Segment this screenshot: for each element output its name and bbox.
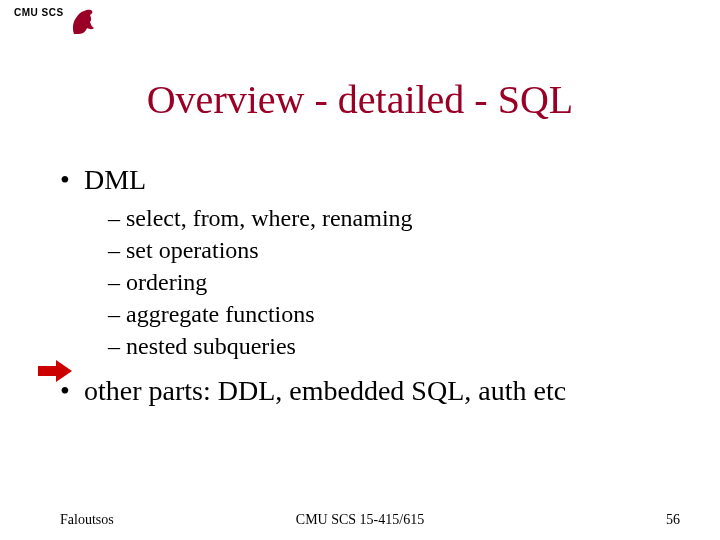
bullet-label: other parts: DDL, embedded SQL, auth etc [84,375,566,406]
list-item: –ordering [108,267,690,297]
list-item: –set operations [108,235,690,265]
bullet-dot-icon: • [60,162,84,197]
slide-title: Overview - detailed - SQL [0,76,720,123]
dash-icon: – [108,331,126,361]
footer-course: CMU SCS 15-415/615 [0,512,720,528]
list-item: –aggregate functions [108,299,690,329]
slide-header: CMU SCS [14,6,96,36]
dash-icon: – [108,267,126,297]
dash-icon: – [108,235,126,265]
dash-icon: – [108,203,126,233]
slide-body: •DML –select, from, where, renaming –set… [60,162,690,414]
current-topic-arrow-icon [38,360,72,386]
scotty-dog-logo-icon [70,6,96,36]
footer-page-number: 56 [666,512,680,528]
sub-bullets: –select, from, where, renaming –set oper… [108,203,690,361]
bullet-label: DML [84,164,146,195]
bullet-other: •other parts: DDL, embedded SQL, auth et… [60,373,690,408]
list-item: –select, from, where, renaming [108,203,690,233]
dash-icon: – [108,299,126,329]
org-label: CMU SCS [14,7,64,18]
bullet-dml: •DML [60,162,690,197]
list-item: –nested subqueries [108,331,690,361]
